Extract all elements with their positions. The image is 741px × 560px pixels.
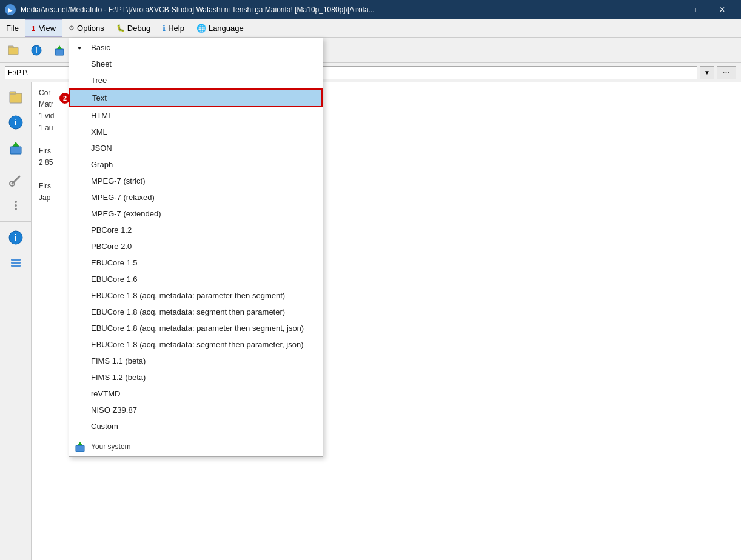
view-menu-html[interactable]: HTML: [69, 107, 323, 124]
sidebar-info-icon[interactable]: i: [4, 110, 28, 135]
view-text-label: Text: [92, 93, 107, 102]
menu-debug-label: Debug: [127, 24, 150, 33]
view-menu-mpeg7strict[interactable]: MPEG-7 (strict): [69, 173, 323, 189]
menu-debug[interactable]: 🐛 Debug: [110, 19, 156, 37]
view-menu-revtmd[interactable]: reVTMD: [69, 385, 323, 402]
view-menu-ebucore18psj[interactable]: EBUCore 1.8 (acq. metadata: parameter th…: [69, 320, 323, 336]
view-menu-fims12[interactable]: FIMS 1.2 (beta): [69, 369, 323, 385]
close-button[interactable]: ✕: [708, 0, 736, 19]
sidebar-dots-icon[interactable]: [4, 193, 28, 218]
svg-text:i: i: [35, 46, 37, 55]
svg-rect-13: [10, 147, 21, 154]
view-ebucore18psj-label: EBUCore 1.8 (acq. metadata: parameter th…: [91, 324, 304, 333]
title-bar: ▶ MediaArea.net/MediaInfo - F:\PT\[Airot…: [0, 0, 741, 19]
menu-view-label: View: [39, 24, 56, 33]
view-menu-xml[interactable]: XML: [69, 124, 323, 140]
menu-options[interactable]: ⚙ Options: [62, 19, 110, 37]
menu-view[interactable]: 1 View: [25, 19, 62, 37]
view-json-label: JSON: [91, 144, 112, 153]
svg-rect-0: [8, 47, 18, 55]
svg-rect-9: [10, 92, 16, 94]
svg-point-17: [15, 204, 17, 207]
sidebar-open-icon[interactable]: [4, 85, 28, 109]
view-menu-ebucore18spj[interactable]: EBUCore 1.8 (acq. metadata: segment then…: [69, 336, 323, 353]
menu-bar: File 1 View ⚙ Options 🐛 Debug ℹ Help 🌐 L…: [0, 19, 741, 38]
sidebar-export-icon[interactable]: [4, 136, 28, 160]
view-tree-label: Tree: [91, 76, 107, 85]
svg-rect-1: [8, 46, 13, 48]
view-custom-label: Custom: [91, 422, 118, 431]
view-menu-custom[interactable]: Custom: [69, 418, 323, 435]
view-menu-sheet[interactable]: Sheet: [69, 56, 323, 72]
view-revtmd-label: reVTMD: [91, 389, 120, 398]
svg-point-18: [15, 208, 17, 210]
menu-file-label: File: [6, 24, 19, 33]
view-menu-mpeg7extended[interactable]: MPEG-7 (extended): [69, 205, 323, 222]
app-icon: ▶: [5, 4, 16, 15]
address-more-button[interactable]: ···: [717, 66, 736, 79]
menu-options-label: Options: [77, 24, 104, 33]
view-menu-mpeg7relaxed[interactable]: MPEG-7 (relaxed): [69, 189, 323, 205]
address-dropdown-button[interactable]: ▼: [700, 66, 714, 79]
view-mpeg7extended-label: MPEG-7 (extended): [91, 209, 161, 218]
svg-marker-25: [78, 442, 82, 445]
view-fims12-label: FIMS 1.2 (beta): [91, 373, 146, 382]
svg-marker-12: [12, 142, 19, 147]
view-html-label: HTML: [91, 111, 112, 120]
window-title: MediaArea.net/MediaInfo - F:\PT\[Airota&…: [21, 5, 375, 14]
view-menu-ebucore15[interactable]: EBUCore 1.5: [69, 255, 323, 271]
step-1-badge: 1: [32, 25, 35, 32]
view-menu-graph[interactable]: Graph: [69, 156, 323, 173]
sidebar-list-icon[interactable]: [4, 251, 28, 275]
view-mpeg7strict-label: MPEG-7 (strict): [91, 176, 146, 185]
view-ebucore18sp-label: EBUCore 1.8 (acq. metadata: segment then…: [91, 307, 285, 316]
svg-rect-21: [11, 259, 21, 261]
view-menu-basic[interactable]: Basic: [69, 39, 323, 56]
view-menu-tree[interactable]: Tree: [69, 72, 323, 88]
svg-rect-22: [11, 262, 21, 264]
svg-point-16: [15, 201, 17, 203]
toolbar-export-button[interactable]: [49, 39, 70, 61]
view-fims11-label: FIMS 1.1 (beta): [91, 356, 146, 365]
svg-line-14: [12, 176, 19, 184]
view-menu-ebucore16[interactable]: EBUCore 1.6: [69, 271, 323, 287]
svg-rect-24: [76, 445, 84, 452]
view-menu-pbcore12[interactable]: PBCore 1.2: [69, 222, 323, 238]
view-ebucore18spj-label: EBUCore 1.8 (acq. metadata: segment then…: [91, 340, 303, 349]
dropdown-divider: [69, 436, 323, 436]
view-pbcore20-label: PBCore 2.0: [91, 242, 132, 251]
view-ebucore18ps-label: EBUCore 1.8 (acq. metadata: parameter th…: [91, 291, 285, 300]
view-menu-fims11[interactable]: FIMS 1.1 (beta): [69, 353, 323, 369]
svg-text:i: i: [15, 118, 17, 127]
view-menu-text[interactable]: 2 Text: [69, 88, 323, 107]
sidebar-info2-icon[interactable]: i: [4, 225, 28, 250]
view-menu-pbcore20[interactable]: PBCore 2.0: [69, 238, 323, 255]
view-menu-json[interactable]: JSON: [69, 140, 323, 156]
view-ebucore16-label: EBUCore 1.6: [91, 275, 138, 284]
sidebar-wrench-icon[interactable]: [4, 168, 28, 192]
dropdown-footer[interactable]: Your system: [69, 438, 323, 455]
menu-language[interactable]: 🌐 Language: [190, 19, 250, 37]
view-menu-ebucore18ps[interactable]: EBUCore 1.8 (acq. metadata: parameter th…: [69, 287, 323, 304]
svg-rect-8: [10, 93, 22, 103]
your-system-icon: [74, 441, 86, 453]
view-nisoz3987-label: NISO Z39.87: [91, 405, 137, 415]
sidebar: i i: [0, 82, 32, 560]
view-ebucore15-label: EBUCore 1.5: [91, 258, 138, 267]
svg-rect-23: [11, 265, 21, 267]
help-icon: ℹ: [163, 24, 166, 33]
toolbar-open-button[interactable]: [2, 39, 24, 61]
toolbar-info-button[interactable]: i: [25, 39, 47, 61]
menu-help[interactable]: ℹ Help: [156, 19, 190, 37]
view-basic-label: Basic: [91, 43, 110, 52]
view-pbcore12-label: PBCore 1.2: [91, 225, 132, 235]
menu-file[interactable]: File: [0, 19, 25, 37]
minimize-button[interactable]: ─: [650, 0, 678, 19]
svg-text:i: i: [15, 233, 17, 242]
language-icon: 🌐: [196, 24, 206, 33]
options-icon: ⚙: [69, 24, 75, 32]
view-menu-ebucore18sp[interactable]: EBUCore 1.8 (acq. metadata: segment then…: [69, 304, 323, 320]
step-2-badge: 2: [59, 93, 70, 104]
maximize-button[interactable]: □: [679, 0, 707, 19]
view-menu-nisoz3987[interactable]: NISO Z39.87: [69, 402, 323, 418]
